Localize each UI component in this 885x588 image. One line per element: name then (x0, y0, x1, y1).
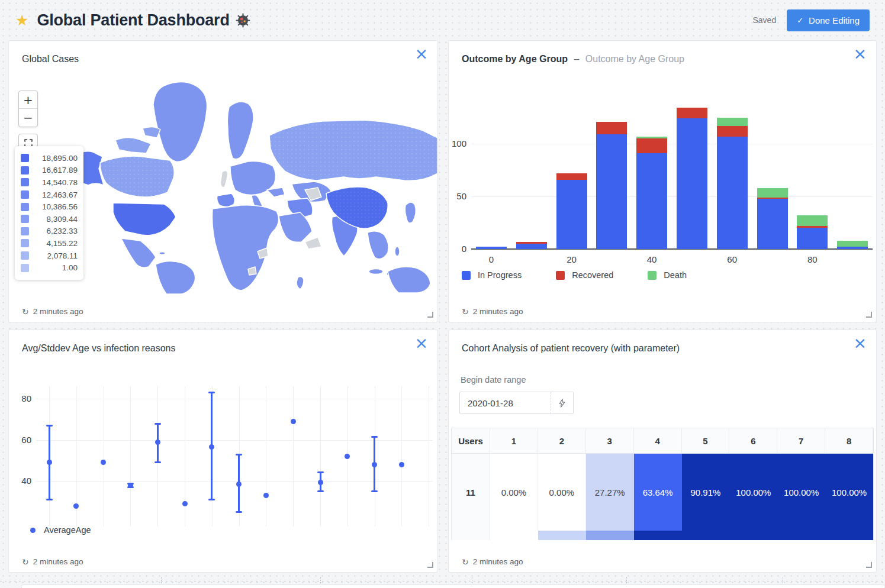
country-japan (405, 202, 416, 223)
map-legend-swatch (21, 190, 29, 199)
world-map-container[interactable]: + − 18,695.0016,617.8914,540.7812,463.67… (9, 74, 437, 294)
apply-parameter-button[interactable] (551, 392, 573, 413)
map-legend-value: 6,232.33 (34, 227, 78, 235)
country-indonesia (369, 269, 383, 274)
legend-item[interactable]: Recovered (556, 270, 613, 280)
widget-resize-handle[interactable] (866, 312, 872, 318)
map-legend-value: 14,540.78 (34, 178, 78, 187)
refresh-status: ↻ 2 minutes ago (22, 307, 83, 316)
map-legend-item: 18,695.00 (21, 152, 78, 164)
widget-resize-handle[interactable] (427, 562, 433, 568)
legend-swatch (648, 271, 656, 280)
map-legend-swatch (21, 264, 29, 272)
gridline (320, 386, 321, 526)
next-widget-edge (21, 584, 885, 588)
data-point (236, 482, 242, 487)
lightning-icon (559, 399, 565, 408)
date-value[interactable]: 2020-01-28 (460, 392, 551, 413)
data-point (73, 503, 79, 509)
date-parameter-input[interactable]: 2020-01-28 (459, 392, 574, 414)
map-legend-item: 6,232.33 (21, 225, 78, 238)
close-icon[interactable]: × (414, 46, 428, 62)
y-axis-tick: 80 (14, 393, 31, 403)
legend-item[interactable]: In Progress (462, 270, 522, 280)
bar-segment-death (636, 137, 667, 139)
data-point (101, 460, 106, 465)
gridline (293, 386, 294, 526)
country-usa (113, 203, 176, 235)
widget-resize-handle[interactable] (427, 312, 433, 318)
cohort-grid: Users12345678110.00%0.00%27.27%63.64%90.… (452, 428, 873, 540)
country-philippines (395, 247, 400, 256)
country-se-asia (368, 231, 388, 259)
country-australia (388, 267, 430, 293)
refresh-status: ↻ 2 minutes ago (462, 307, 523, 316)
map-legend-value: 4,155.22 (34, 239, 78, 248)
y-axis-tick: 50 (449, 191, 466, 201)
y-axis-tick: 40 (14, 476, 31, 486)
grid-guide-line (0, 581, 885, 581)
cohort-partial-cell (777, 531, 825, 540)
bar-segment-death (757, 188, 788, 198)
bar-segment-in-progress (677, 118, 707, 249)
cohort-value-cell: 100.00% (825, 454, 873, 531)
favorite-star-icon[interactable]: ★ (15, 13, 28, 28)
legend-label: AverageAge (44, 525, 91, 535)
data-point (399, 462, 404, 467)
cohort-partial-cell (729, 531, 777, 540)
country-canada-islands2 (143, 127, 160, 138)
widget-cohort-analysis: Cohort Analysis of patient recovery (wit… (448, 329, 877, 573)
map-legend-item: 12,463.67 (21, 189, 78, 201)
widget-resize-handle[interactable] (866, 562, 872, 568)
data-point (209, 444, 214, 450)
map-zoom-in-button[interactable]: + (19, 91, 37, 109)
error-bar-scatter-chart[interactable]: 406080 (9, 330, 437, 572)
legend-item[interactable]: Death (648, 270, 687, 280)
legend-marker (30, 528, 36, 533)
chart-legend: In ProgressRecoveredDeath (462, 270, 687, 280)
error-bar-cap (236, 511, 242, 513)
cohort-partial-cell (490, 531, 538, 540)
column-header: 1 (490, 428, 538, 454)
bar-segment-in-progress (837, 247, 868, 249)
country-yemen-oman (305, 237, 321, 249)
close-icon[interactable]: × (853, 335, 867, 351)
refreshed-ago-label: 2 minutes ago (473, 307, 523, 316)
error-bar-cap (208, 392, 215, 393)
country-scandinavia (227, 102, 253, 159)
users-cell-partial (452, 531, 490, 540)
cohort-partial-cell (586, 531, 634, 540)
gridline (401, 386, 402, 526)
bar-segment-in-progress (636, 153, 667, 249)
refreshed-ago-label: 2 minutes ago (473, 557, 523, 566)
column-header: 2 (538, 428, 586, 454)
y-axis-tick: 60 (14, 435, 31, 445)
users-cell: 11 (452, 454, 490, 531)
refresh-icon: ↻ (22, 308, 29, 316)
map-zoom-out-button[interactable]: − (19, 109, 37, 127)
cohort-value-cell: 90.91% (682, 454, 730, 531)
data-point (182, 501, 188, 506)
map-legend-swatch (21, 239, 29, 247)
cohort-partial-cell (634, 531, 682, 540)
bar-segment-in-progress (516, 244, 547, 249)
map-legend-value: 2,078.11 (34, 251, 78, 260)
gridline (104, 386, 104, 526)
cohort-value-cell: 100.00% (729, 454, 777, 531)
bar-segment-recovered (636, 138, 667, 153)
widget-avg-stddev-age: Avg/Stddev Age vs infection reasons × 40… (8, 329, 438, 573)
country-russia (269, 120, 437, 180)
column-header: Users (452, 428, 490, 454)
map-legend-swatch (21, 166, 29, 175)
check-icon: ✓ (797, 16, 803, 25)
map-legend-value: 1.00 (34, 263, 78, 272)
legend-label: In Progress (478, 270, 522, 280)
map-legend-value: 8,309.44 (34, 215, 78, 224)
cohort-value-cell: 63.64% (634, 454, 682, 531)
country-greenland (153, 82, 207, 161)
done-editing-button[interactable]: ✓ Done Editing (787, 9, 870, 31)
x-axis-tick: 60 (720, 254, 744, 264)
cohort-partial-cell (538, 531, 586, 540)
x-axis-tick: 40 (640, 254, 664, 264)
gridline (429, 386, 429, 526)
